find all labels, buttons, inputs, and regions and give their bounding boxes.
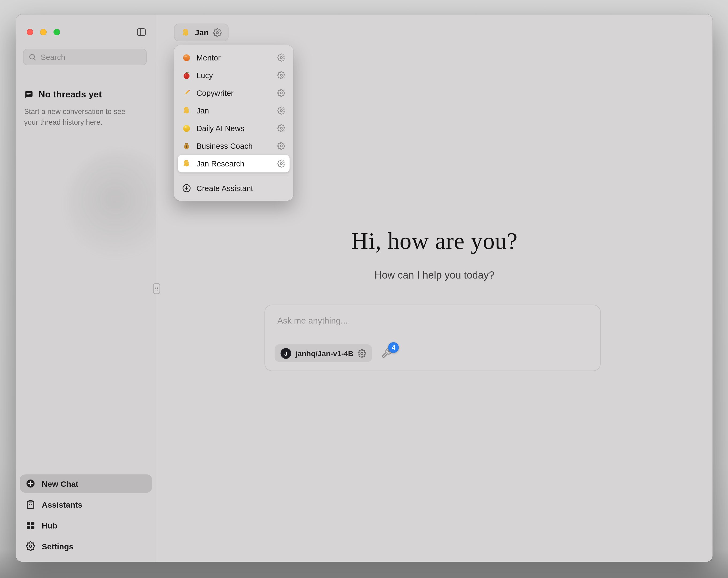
assistant-settings-icon[interactable]	[213, 28, 222, 37]
gear-icon[interactable]	[278, 142, 285, 150]
search-input[interactable]	[41, 53, 141, 61]
assistants-icon	[26, 500, 35, 509]
assistant-selector-button[interactable]: Jan	[174, 24, 229, 41]
sidebar-toggle-button[interactable]	[135, 26, 148, 39]
chat-composer[interactable]: J janhq/Jan-v1-4B 4	[264, 305, 601, 371]
pencil-icon	[182, 88, 191, 97]
new-chat-icon	[26, 479, 35, 488]
menu-item-daily-ai-news[interactable]: Daily AI News	[178, 119, 289, 137]
sidebar-toggle-icon	[136, 27, 147, 37]
close-window-button[interactable]	[27, 29, 33, 35]
create-assistant-label: Create Assistant	[197, 184, 253, 193]
sidebar: No threads yet Start a new conversation …	[16, 15, 156, 562]
current-assistant-name: Jan	[195, 28, 209, 37]
sidebar-item-label: New Chat	[42, 479, 78, 488]
sidebar-item-label: Hub	[42, 521, 57, 530]
threads-icon	[24, 90, 34, 100]
model-selector-button[interactable]: J janhq/Jan-v1-4B	[275, 344, 372, 362]
waving-hand-icon	[182, 159, 191, 168]
settings-icon	[26, 541, 35, 551]
menu-item-business-coach[interactable]: Business Coach	[178, 137, 289, 155]
sidebar-nav: New Chat Assistants Hub Settings	[20, 474, 152, 555]
create-assistant-icon	[182, 183, 191, 193]
menu-item-label: Business Coach	[197, 142, 272, 150]
sidebar-item-new-chat[interactable]: New Chat	[20, 474, 152, 493]
waving-hand-icon	[181, 28, 190, 37]
menu-item-mentor[interactable]: Mentor	[178, 49, 289, 66]
empty-state-title: No threads yet	[38, 90, 102, 100]
create-assistant-button[interactable]: Create Assistant	[178, 179, 289, 197]
gear-icon[interactable]	[278, 71, 285, 79]
minimize-window-button[interactable]	[40, 29, 47, 35]
money-bag-icon	[182, 141, 191, 150]
sidebar-item-settings[interactable]: Settings	[20, 537, 152, 555]
orange-circle-icon	[182, 53, 191, 62]
search-icon	[28, 53, 36, 61]
gear-icon[interactable]	[278, 159, 285, 168]
menu-item-copywriter[interactable]: Copywriter	[178, 84, 289, 102]
main-area: Jan Mentor Lucy Copywriter	[156, 15, 712, 562]
menu-item-jan-research[interactable]: Jan Research	[178, 155, 289, 172]
greeting-title: Hi, how are you?	[156, 227, 712, 255]
menu-item-label: Jan	[197, 106, 272, 115]
model-name: janhq/Jan-v1-4B	[296, 349, 354, 357]
model-settings-icon[interactable]	[358, 349, 366, 357]
apple-icon	[182, 71, 191, 80]
gear-icon[interactable]	[278, 53, 285, 61]
gear-icon[interactable]	[278, 89, 285, 97]
gear-icon[interactable]	[278, 124, 285, 132]
sidebar-resize-handle[interactable]	[153, 283, 160, 294]
threads-empty-state: No threads yet Start a new conversation …	[24, 90, 141, 128]
drag-handle-icon	[154, 284, 159, 293]
tools-count-badge: 4	[388, 342, 399, 353]
empty-state-description: Start a new conversation to see your thr…	[24, 106, 141, 128]
menu-item-lucy[interactable]: Lucy	[178, 66, 289, 84]
search-bar[interactable]	[23, 49, 147, 65]
desktop: No threads yet Start a new conversation …	[0, 0, 728, 578]
chat-input[interactable]	[278, 314, 588, 328]
composer-toolbar: J janhq/Jan-v1-4B 4	[275, 344, 393, 362]
greeting: Hi, how are you? How can I help you toda…	[156, 227, 712, 281]
app-window: No threads yet Start a new conversation …	[16, 15, 712, 562]
zoom-window-button[interactable]	[53, 29, 60, 35]
sidebar-item-label: Assistants	[42, 500, 82, 509]
greeting-subtitle: How can I help you today?	[156, 270, 712, 281]
window-controls	[27, 29, 60, 35]
sidebar-item-label: Settings	[42, 542, 73, 551]
assistant-menu: Mentor Lucy Copywriter Jan	[174, 45, 293, 201]
yellow-circle-icon	[182, 124, 191, 133]
menu-item-label: Jan Research	[197, 159, 272, 168]
sidebar-item-assistants[interactable]: Assistants	[20, 495, 152, 513]
menu-item-jan[interactable]: Jan	[178, 102, 289, 119]
menu-item-label: Daily AI News	[197, 124, 272, 132]
gear-icon[interactable]	[278, 106, 285, 115]
menu-item-label: Mentor	[197, 53, 272, 62]
sidebar-item-hub[interactable]: Hub	[20, 516, 152, 534]
menu-item-label: Copywriter	[197, 89, 272, 97]
menu-divider	[179, 176, 288, 176]
menu-item-label: Lucy	[197, 71, 272, 79]
waving-hand-icon	[182, 106, 191, 115]
model-avatar: J	[281, 348, 291, 358]
hub-icon	[26, 521, 35, 530]
tools-button[interactable]: 4	[381, 347, 393, 359]
